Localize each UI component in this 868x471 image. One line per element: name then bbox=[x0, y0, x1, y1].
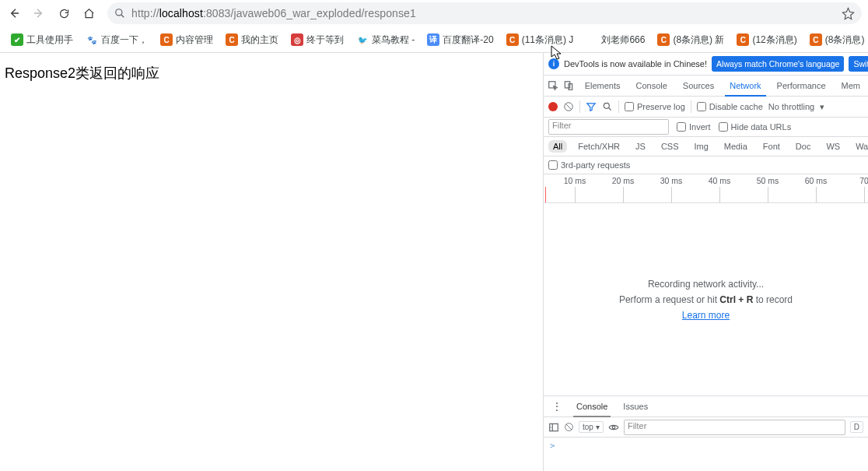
filter-type-img[interactable]: Img bbox=[690, 140, 713, 153]
drawer-tab-console[interactable]: Console bbox=[569, 396, 615, 417]
favicon: C bbox=[657, 33, 670, 46]
network-filter-row: Filter Invert Hide data URLs bbox=[544, 118, 868, 137]
bookmark-item[interactable]: 🐾百度一下， bbox=[81, 31, 152, 49]
search-icon bbox=[114, 8, 125, 19]
bookmark-label: 终于等到 bbox=[306, 33, 344, 47]
filter-type-js[interactable]: JS bbox=[631, 140, 650, 153]
bookmark-item[interactable]: C我的主页 bbox=[221, 31, 283, 49]
switch-language-button[interactable]: Switch bbox=[849, 56, 868, 72]
bookmark-item[interactable]: 译百度翻译-20 bbox=[422, 31, 498, 49]
drawer-tab-issues[interactable]: Issues bbox=[615, 396, 656, 417]
favicon: 🐾 bbox=[86, 33, 98, 46]
bookmark-item[interactable]: G刘老师666 bbox=[581, 31, 649, 49]
devtools-tab-performance[interactable]: Performance bbox=[769, 76, 834, 96]
filter-type-all[interactable]: All bbox=[548, 140, 567, 153]
drawer-tabs: ⋮ ConsoleIssues bbox=[544, 396, 868, 417]
page-text: Response2类返回的响应 bbox=[5, 65, 159, 81]
console-prompt[interactable]: > bbox=[544, 438, 868, 454]
filter-type-css[interactable]: CSS bbox=[656, 140, 684, 153]
svg-point-0 bbox=[116, 9, 122, 16]
timeline-tick-label: 30 ms bbox=[660, 176, 683, 185]
bookmark-label: 百度一下， bbox=[101, 33, 148, 47]
filter-type-media[interactable]: Media bbox=[719, 140, 752, 153]
third-party-checkbox[interactable]: 3rd-party requests bbox=[548, 160, 630, 170]
match-language-button[interactable]: Always match Chrome's language bbox=[712, 56, 844, 72]
devtools-language-banner: i DevTools is now available in Chinese! … bbox=[544, 53, 868, 76]
learn-more-link[interactable]: Learn more bbox=[682, 310, 730, 321]
search-button[interactable] bbox=[602, 101, 613, 112]
record-button[interactable] bbox=[548, 102, 558, 111]
network-timeline[interactable]: 10 ms20 ms30 ms40 ms50 ms60 ms70 bbox=[544, 174, 868, 203]
drawer-more-button[interactable]: ⋮ bbox=[548, 400, 565, 413]
invert-checkbox[interactable]: Invert bbox=[677, 122, 711, 132]
live-expression-button[interactable] bbox=[608, 422, 619, 433]
forward-button[interactable] bbox=[28, 2, 50, 24]
network-toolbar: Preserve log Disable cache No throttling… bbox=[544, 97, 868, 118]
bookmark-item[interactable]: C(12条消息) bbox=[732, 31, 801, 49]
favicon: ◎ bbox=[291, 33, 303, 46]
timeline-tick-label: 40 ms bbox=[709, 176, 731, 185]
search-icon bbox=[602, 101, 613, 112]
timeline-tick-label: 70 bbox=[859, 176, 868, 185]
third-party-row: 3rd-party requests bbox=[544, 156, 868, 174]
star-icon bbox=[842, 7, 855, 20]
devtools-tab-sources[interactable]: Sources bbox=[675, 76, 722, 96]
bookmark-item[interactable]: C(8条消息) 新 bbox=[653, 31, 729, 49]
bookmark-item[interactable]: 🐦菜鸟教程 - bbox=[352, 31, 419, 49]
recording-text: Recording network activity... bbox=[648, 279, 764, 290]
reload-icon bbox=[58, 8, 70, 19]
bookmark-label: 菜鸟教程 - bbox=[372, 33, 415, 47]
filter-type-font[interactable]: Font bbox=[758, 140, 785, 153]
console-filter-input[interactable]: Filter bbox=[624, 420, 845, 435]
bookmark-item[interactable]: ◎终于等到 bbox=[286, 31, 348, 49]
filter-type-ws[interactable]: WS bbox=[821, 140, 845, 153]
filter-type-doc[interactable]: Doc bbox=[791, 140, 816, 153]
svg-rect-3 bbox=[569, 84, 572, 90]
clear-console-button[interactable] bbox=[564, 422, 574, 432]
hint-text: Perform a request or hit Ctrl + R to rec… bbox=[619, 294, 793, 305]
no-entry-icon bbox=[563, 101, 574, 112]
clear-button[interactable] bbox=[563, 101, 574, 112]
bookmark-label: 内容管理 bbox=[176, 33, 213, 47]
filter-toggle-button[interactable] bbox=[586, 101, 597, 112]
network-filter-input[interactable]: Filter bbox=[548, 119, 669, 135]
hide-data-urls-checkbox[interactable]: Hide data URLs bbox=[719, 122, 792, 132]
devtools-drawer: ⋮ ConsoleIssues top▾ Filter D bbox=[544, 395, 868, 471]
inspect-element-button[interactable] bbox=[545, 80, 561, 91]
bookmark-button[interactable] bbox=[842, 7, 855, 20]
console-sidebar-toggle[interactable] bbox=[548, 422, 559, 433]
filter-type-fetch-xhr[interactable]: Fetch/XHR bbox=[573, 140, 625, 153]
filter-type-wasm[interactable]: Wasm bbox=[851, 140, 868, 153]
network-empty-state: Recording network activity... Perform a … bbox=[544, 203, 868, 395]
home-button[interactable] bbox=[78, 2, 100, 24]
favicon: 译 bbox=[427, 33, 439, 46]
device-toolbar-button[interactable] bbox=[561, 80, 576, 91]
preserve-log-checkbox[interactable]: Preserve log bbox=[625, 102, 685, 111]
devtools-tabs: ElementsConsoleSourcesNetworkPerformance… bbox=[544, 76, 868, 97]
funnel-icon bbox=[586, 101, 597, 112]
devtools-tab-elements[interactable]: Elements bbox=[577, 76, 628, 96]
favicon: C bbox=[810, 33, 822, 46]
devtools-tab-network[interactable]: Network bbox=[722, 76, 768, 96]
bookmark-item[interactable]: ✔工具使用手 bbox=[6, 31, 78, 49]
devtools-tab-mem[interactable]: Mem bbox=[834, 76, 868, 96]
log-levels-select[interactable]: D bbox=[850, 421, 863, 433]
svg-point-5 bbox=[604, 103, 609, 108]
back-button[interactable] bbox=[3, 2, 25, 24]
context-select[interactable]: top▾ bbox=[579, 421, 604, 433]
arrow-right-icon bbox=[33, 7, 45, 19]
bookmark-item[interactable]: C(11条消息) J bbox=[502, 31, 579, 49]
devtools-tab-console[interactable]: Console bbox=[628, 76, 674, 96]
bookmark-label: 刘老师666 bbox=[601, 33, 645, 47]
bookmark-label: (8条消息) 新 bbox=[673, 33, 724, 47]
address-bar[interactable]: http://localhost:8083/javaweb06_war_expl… bbox=[107, 2, 862, 24]
svg-rect-2 bbox=[565, 82, 570, 88]
reload-button[interactable] bbox=[53, 2, 75, 24]
url-text: http://localhost:8083/javaweb06_war_expl… bbox=[131, 7, 416, 19]
disable-cache-checkbox[interactable]: Disable cache bbox=[697, 102, 763, 111]
throttling-select[interactable]: No throttling bbox=[768, 102, 814, 111]
bookmark-item[interactable]: C内容管理 bbox=[156, 31, 218, 49]
devtools-panel: i DevTools is now available in Chinese! … bbox=[543, 53, 868, 471]
browser-navbar: http://localhost:8083/javaweb06_war_expl… bbox=[0, 0, 868, 27]
bookmark-item[interactable]: C(8条消息) bbox=[805, 31, 868, 49]
